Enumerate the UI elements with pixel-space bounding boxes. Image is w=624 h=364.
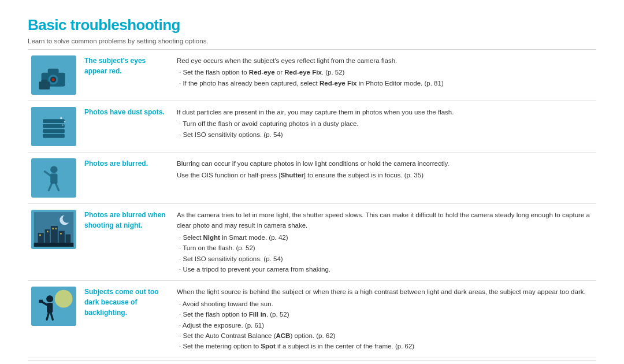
bullet-item: Set ISO sensitivity options. (p. 54) xyxy=(179,254,592,264)
label-cell-backlight: Subjects come out too dark because of ba… xyxy=(80,281,172,358)
bullet-item: Avoid shooting toward the sun. xyxy=(179,299,592,309)
label-text-backlight: Subjects come out too dark because of ba… xyxy=(84,288,159,317)
label-cell-dust-spots: Photos have dust spots. xyxy=(80,101,172,153)
bullet-item: Set the Auto Contrast Balance (ACB) opti… xyxy=(179,330,592,341)
svg-point-14 xyxy=(64,121,66,122)
desc-cell-dust-spots: If dust particles are present in the air… xyxy=(172,101,596,153)
svg-rect-29 xyxy=(66,235,71,244)
svg-rect-6 xyxy=(39,81,50,90)
page-number: 7 xyxy=(28,361,596,364)
bullet-item: Set the flash option to Fill in. (p. 52) xyxy=(179,309,592,320)
bullet-list-blurred-night: Select Night in Smart mode. (p. 42)Turn … xyxy=(177,232,592,275)
desc-main-blurred: Blurring can occur if you capture photos… xyxy=(177,158,592,169)
bullet-item: Select Night in Smart mode. (p. 42) xyxy=(179,232,592,243)
bullet-list-red-eye: Set the flash option to Red-eye or Red-e… xyxy=(177,67,592,88)
troubleshooting-table: The subject's eyes appear red.Red eye oc… xyxy=(28,50,596,358)
label-text-blurred: Photos are blurred. xyxy=(84,159,148,168)
icon-image-dust-spots xyxy=(31,107,76,146)
desc-main-blurred-night: As the camera tries to let in more light… xyxy=(177,210,592,231)
svg-point-5 xyxy=(52,78,55,81)
svg-rect-10 xyxy=(43,124,65,128)
bullet-item: If the photo has already been captured, … xyxy=(179,78,592,88)
label-text-red-eye: The subject's eyes appear red. xyxy=(84,57,146,75)
svg-point-18 xyxy=(51,166,58,173)
icon-cell-red-eye xyxy=(28,50,80,101)
label-cell-blurred-night: Photos are blurred when shooting at nigh… xyxy=(80,204,172,281)
svg-rect-11 xyxy=(43,129,65,133)
icon-cell-blurred-night xyxy=(28,204,80,281)
svg-rect-33 xyxy=(55,228,57,229)
page-title: Basic troubleshooting xyxy=(28,16,596,34)
desc-cell-red-eye: Red eye occurs when the subject's eyes r… xyxy=(172,50,596,101)
svg-point-15 xyxy=(62,124,64,126)
table-row: Subjects come out too dark because of ba… xyxy=(28,281,596,358)
bullet-item: Set ISO sensitivity options. (p. 54) xyxy=(179,129,592,140)
svg-point-36 xyxy=(62,214,71,222)
svg-rect-43 xyxy=(39,300,43,303)
page-container: Basic troubleshooting Learn to solve com… xyxy=(0,0,624,364)
svg-rect-32 xyxy=(52,228,54,229)
bullet-item: Adjust the exposure. (p. 61) xyxy=(179,320,592,330)
desc-main-dust-spots: If dust particles are present in the air… xyxy=(177,107,592,117)
svg-rect-25 xyxy=(38,233,44,244)
svg-rect-20 xyxy=(51,174,58,184)
label-cell-blurred: Photos are blurred. xyxy=(80,153,172,204)
svg-rect-30 xyxy=(39,235,41,236)
svg-rect-7 xyxy=(42,80,47,83)
desc-sub-blurred: Use the OIS function or half-press [Shut… xyxy=(177,170,592,180)
bullet-item: Set the flash option to Red-eye or Red-e… xyxy=(179,67,592,77)
bullet-item: Use a tripod to prevent your camera from… xyxy=(179,264,592,274)
svg-rect-9 xyxy=(43,119,65,123)
label-cell-red-eye: The subject's eyes appear red. xyxy=(80,50,172,101)
icon-cell-backlight xyxy=(28,281,80,358)
label-text-blurred-night: Photos are blurred when shooting at nigh… xyxy=(84,211,166,229)
icon-cell-dust-spots xyxy=(28,101,80,153)
svg-rect-41 xyxy=(47,303,53,313)
desc-cell-blurred-night: As the camera tries to let in more light… xyxy=(172,204,596,281)
table-row: Photos are blurred when shooting at nigh… xyxy=(28,204,596,281)
svg-rect-37 xyxy=(34,243,74,247)
table-row: Photos are blurred.Blurring can occur if… xyxy=(28,153,596,204)
icon-image-red-eye xyxy=(31,55,76,95)
icon-image-blurred-night xyxy=(31,210,76,249)
svg-point-39 xyxy=(55,290,73,308)
bullet-item: Turn on the flash. (p. 52) xyxy=(179,243,592,253)
label-text-dust-spots: Photos have dust spots. xyxy=(84,108,165,116)
icon-cell-blurred xyxy=(28,153,80,204)
bullet-item: Turn off the flash or avoid capturing ph… xyxy=(179,118,592,129)
bullet-list-backlight: Avoid shooting toward the sun.Set the fl… xyxy=(177,299,592,352)
svg-rect-2 xyxy=(48,69,59,74)
table-row: Photos have dust spots.If dust particles… xyxy=(28,101,596,153)
bullet-list-dust-spots: Turn off the flash or avoid capturing ph… xyxy=(177,118,592,140)
icon-image-blurred xyxy=(31,158,76,198)
svg-rect-31 xyxy=(47,231,49,233)
bullet-item: Set the metering option to Spot if a sub… xyxy=(179,341,592,351)
desc-cell-backlight: When the light source is behind the subj… xyxy=(172,281,596,358)
desc-cell-blurred: Blurring can occur if you capture photos… xyxy=(172,153,596,204)
svg-point-13 xyxy=(60,117,62,119)
desc-main-backlight: When the light source is behind the subj… xyxy=(177,287,592,297)
svg-rect-28 xyxy=(59,231,65,244)
svg-rect-34 xyxy=(60,233,62,235)
svg-point-40 xyxy=(46,295,53,302)
page-subtitle: Learn to solve common problems by settin… xyxy=(28,38,596,50)
desc-main-red-eye: Red eye occurs when the subject's eyes r… xyxy=(177,55,592,66)
svg-rect-12 xyxy=(43,134,65,138)
icon-image-backlight xyxy=(31,287,76,326)
table-row: The subject's eyes appear red.Red eye oc… xyxy=(28,50,596,101)
